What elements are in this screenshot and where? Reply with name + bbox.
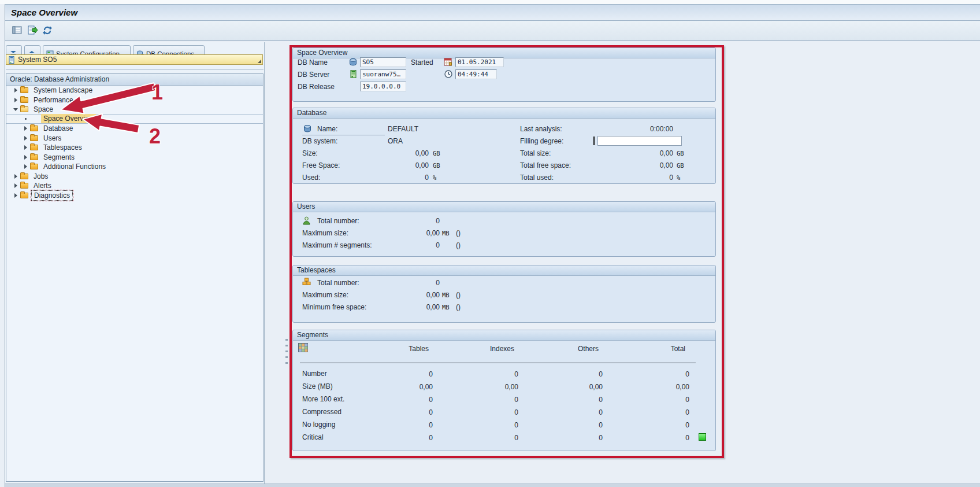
tree-item-jobs[interactable]: Jobs — [6, 172, 263, 182]
total-free-space-label: Total free space: — [520, 160, 571, 171]
started-label: Started — [411, 57, 433, 68]
tree-item-database[interactable]: Database — [6, 124, 263, 134]
segments-row-label: Size (MB) — [302, 381, 333, 392]
ts-min-free-unit: MB — [442, 302, 450, 312]
tree-item-performance[interactable]: Performance — [6, 95, 263, 105]
window-top-edge — [0, 0, 980, 4]
section-title: Tablespaces — [293, 265, 715, 276]
db-release-field[interactable]: 19.0.0.0.0 — [360, 82, 406, 91]
section-segments: Segments Tables Indexes Others Total Num… — [292, 330, 716, 451]
segments-row-label: No logging — [302, 419, 335, 430]
users-max-size-label: Maximum size: — [302, 228, 348, 238]
db-name-label: DB Name — [298, 57, 328, 68]
section-tablespaces: Tablespaces Total number: 0 Maximum size… — [292, 265, 716, 323]
details-button[interactable] — [12, 25, 24, 37]
tree-item-alerts[interactable]: Alerts — [6, 181, 263, 191]
double-chevron-up-icon — [28, 50, 36, 54]
tree-item-additional-functions[interactable]: Additional Functions — [6, 162, 263, 172]
db-name-field[interactable]: SO5 — [360, 57, 406, 67]
segments-cell: 0 — [510, 419, 603, 431]
total-size-value: 0,00 — [581, 148, 673, 158]
ts-min-free-paren: () — [456, 302, 461, 312]
system-selector-label: System SO5 — [18, 56, 57, 64]
last-analysis-value: 0:00:00 — [581, 124, 673, 134]
collapse-icon[interactable] — [13, 106, 19, 112]
tree-item-system-landscape[interactable]: System Landscape — [6, 86, 263, 95]
segments-cell: 0 — [340, 394, 433, 405]
segments-cell: 0 — [340, 432, 433, 444]
folder-icon — [30, 164, 38, 169]
name-underline — [302, 135, 385, 135]
expand-icon[interactable] — [13, 183, 19, 189]
system-selector[interactable]: System SO5 — [6, 54, 263, 65]
segments-col-others: Others — [510, 343, 603, 355]
export-button[interactable] — [27, 25, 39, 37]
size-unit: GB — [433, 148, 440, 158]
segments-cell: 0 — [510, 432, 603, 444]
filling-degree-input[interactable] — [597, 136, 682, 146]
expand-icon[interactable] — [23, 126, 29, 131]
segments-cell: 0 — [597, 432, 689, 444]
expand-icon[interactable] — [13, 174, 19, 179]
expand-icon[interactable] — [13, 97, 19, 103]
expand-icon[interactable] — [13, 87, 19, 93]
tree-item-space[interactable]: Space — [6, 105, 263, 115]
db-name-value[interactable]: DEFAULT — [388, 124, 418, 134]
window-bottom-edge — [5, 484, 980, 487]
double-chevron-down-icon — [9, 50, 17, 54]
expand-icon[interactable] — [13, 193, 19, 198]
ts-max-size-value: 0,00 — [353, 290, 440, 300]
combo-resize-corner-icon — [258, 60, 261, 63]
segments-cell: 0 — [340, 407, 433, 418]
db-release-label: DB Release — [298, 82, 335, 92]
free-space-value: 0,00 — [348, 160, 429, 171]
focused-tree-label: Diagnostics — [31, 190, 73, 201]
tree-item-segments[interactable]: Segments — [6, 153, 263, 163]
expand-icon[interactable] — [23, 154, 29, 160]
users-total-number-value: 0 — [353, 216, 440, 226]
expand-icon[interactable] — [23, 164, 29, 169]
users-max-segments-value: 0 — [353, 240, 440, 250]
tree-item-space-overview[interactable]: Space Overview — [6, 115, 263, 124]
segments-row-label: Number — [302, 368, 327, 379]
db-server-field[interactable]: suoranw75… — [360, 69, 406, 79]
folder-icon — [20, 183, 28, 189]
tab-system-configuration[interactable]: System Configuration — [43, 45, 131, 54]
segments-cell: 0 — [340, 419, 433, 431]
ts-max-size-paren: () — [456, 290, 461, 300]
expand-icon[interactable] — [23, 135, 29, 141]
tree-item-users[interactable]: Users — [6, 134, 263, 143]
expand-all-button[interactable] — [24, 45, 40, 54]
db-system-value: ORA — [388, 136, 403, 146]
segments-cell: 0 — [510, 368, 603, 380]
section-database: Database Name: DEFAULT Last analysis: 0:… — [292, 108, 716, 184]
segments-cell: 0 — [597, 368, 689, 380]
folder-icon — [20, 97, 28, 103]
section-title: Segments — [293, 330, 715, 341]
tab-db-connections[interactable]: DB Connections — [133, 45, 205, 54]
tree-item-diagnostics[interactable]: Diagnostics — [6, 191, 263, 201]
started-date-field[interactable]: 01.05.2021 — [455, 57, 504, 67]
segments-cell: 0 — [426, 419, 518, 431]
export-icon — [27, 25, 38, 35]
started-time-field[interactable]: 04:49:44 — [455, 69, 497, 79]
calendar-icon — [444, 58, 452, 66]
open-folder-icon — [20, 106, 28, 112]
expand-icon[interactable] — [23, 145, 29, 150]
segments-cell: 0,00 — [340, 381, 433, 393]
bullet-icon — [23, 116, 29, 121]
section-space-overview: Space Overview DB Name SO5 Started 01.05… — [292, 47, 716, 102]
total-used-unit: % — [677, 172, 680, 183]
refresh-button[interactable] — [42, 25, 54, 37]
title-bar: Space Overview — [5, 4, 980, 21]
segments-cell: 0 — [426, 432, 518, 444]
splitter-grip[interactable] — [285, 339, 288, 367]
segments-cell: 0 — [510, 407, 603, 418]
size-label: Size: — [302, 148, 318, 158]
tab-label: DB Connections — [146, 50, 194, 54]
db-name-row-label: Name: — [317, 124, 337, 134]
filling-degree-label: Filling degree: — [520, 136, 563, 146]
collapse-all-button[interactable] — [6, 45, 22, 54]
tree-item-tablespaces[interactable]: Tablespaces — [6, 143, 263, 153]
ts-max-size-unit: MB — [442, 290, 450, 300]
